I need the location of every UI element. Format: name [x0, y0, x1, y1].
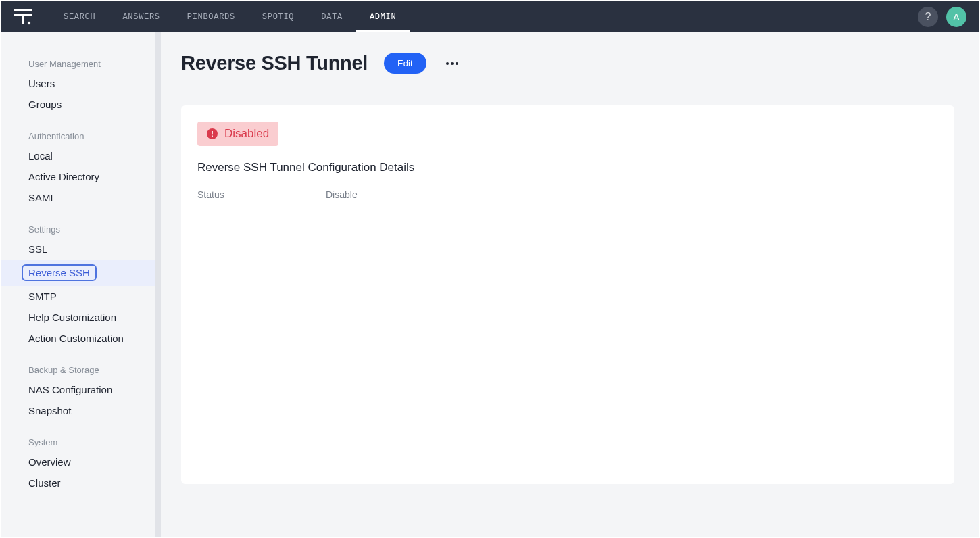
sidebar-item-help-customization[interactable]: Help Customization: [1, 307, 155, 328]
status-badge: ! Disabled: [197, 122, 278, 146]
nav-links: SEARCH ANSWERS PINBOARDS SPOTIQ DATA ADM…: [50, 1, 410, 32]
svg-point-4: [446, 62, 449, 65]
sidebar-item-users[interactable]: Users: [1, 73, 155, 94]
sidebar-item-label: Reverse SSH: [22, 264, 97, 281]
sidebar-section-authentication: Authentication: [1, 127, 155, 145]
sidebar-item-reverse-ssh[interactable]: Reverse SSH: [1, 260, 155, 286]
sidebar-item-overview[interactable]: Overview: [1, 451, 155, 472]
sidebar-item-saml[interactable]: SAML: [1, 187, 155, 208]
main-content: Reverse SSH Tunnel Edit ! Disabled Rever…: [161, 32, 979, 537]
avatar[interactable]: A: [946, 7, 966, 27]
sidebar-item-smtp[interactable]: SMTP: [1, 286, 155, 307]
app-logo[interactable]: [14, 7, 32, 26]
config-value-status: Disable: [326, 189, 358, 200]
svg-rect-2: [22, 14, 24, 24]
sidebar-item-nas-configuration[interactable]: NAS Configuration: [1, 379, 155, 400]
sidebar-item-snapshot[interactable]: Snapshot: [1, 400, 155, 421]
svg-point-3: [28, 21, 30, 24]
nav-pinboards[interactable]: PINBOARDS: [174, 1, 249, 32]
sidebar-item-ssl[interactable]: SSL: [1, 239, 155, 260]
status-badge-text: Disabled: [224, 127, 269, 141]
config-section-title: Reverse SSH Tunnel Configuration Details: [197, 161, 938, 174]
help-icon[interactable]: ?: [918, 7, 938, 27]
nav-data[interactable]: DATA: [308, 1, 356, 32]
sidebar-item-local[interactable]: Local: [1, 145, 155, 166]
page-header: Reverse SSH Tunnel Edit: [181, 52, 954, 74]
more-menu-icon[interactable]: [443, 54, 462, 73]
sidebar-section-system: System: [1, 433, 155, 451]
config-row-status: Status Disable: [197, 189, 938, 200]
svg-point-5: [451, 62, 454, 65]
sidebar-item-cluster[interactable]: Cluster: [1, 472, 155, 493]
page-title: Reverse SSH Tunnel: [181, 52, 368, 74]
edit-button[interactable]: Edit: [384, 53, 426, 74]
nav-spotiq[interactable]: SPOTIQ: [249, 1, 308, 32]
sidebar-item-groups[interactable]: Groups: [1, 94, 155, 115]
sidebar-container: User Management Users Groups Authenticat…: [1, 32, 161, 537]
top-navbar: SEARCH ANSWERS PINBOARDS SPOTIQ DATA ADM…: [1, 1, 979, 32]
sidebar-section-settings: Settings: [1, 220, 155, 239]
sidebar-item-action-customization[interactable]: Action Customization: [1, 328, 155, 349]
svg-rect-0: [14, 9, 32, 11]
svg-point-6: [456, 62, 458, 65]
sidebar-section-backup-storage: Backup & Storage: [1, 361, 155, 379]
nav-answers[interactable]: ANSWERS: [109, 1, 173, 32]
nav-admin[interactable]: ADMIN: [356, 1, 410, 32]
config-card: ! Disabled Reverse SSH Tunnel Configurat…: [181, 105, 954, 484]
sidebar-item-active-directory[interactable]: Active Directory: [1, 166, 155, 187]
sidebar: User Management Users Groups Authenticat…: [1, 32, 155, 537]
alert-icon: !: [207, 128, 218, 139]
nav-search[interactable]: SEARCH: [50, 1, 109, 32]
config-label-status: Status: [197, 189, 326, 200]
sidebar-scrollbar[interactable]: [155, 32, 161, 537]
sidebar-section-user-management: User Management: [1, 55, 155, 73]
